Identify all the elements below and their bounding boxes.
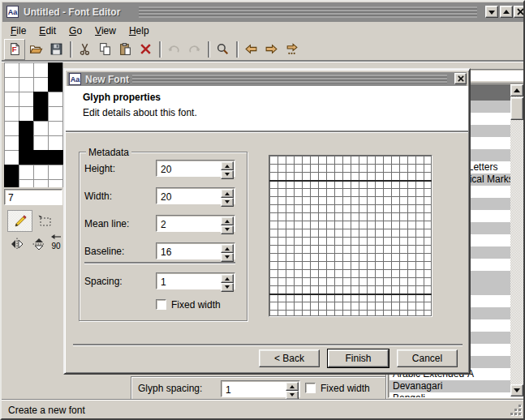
toolbar-delete-button[interactable] xyxy=(136,40,155,59)
rotate-90-label: 90 xyxy=(49,242,63,251)
mean-line-input[interactable] xyxy=(157,216,224,232)
glyph-pixel[interactable] xyxy=(33,106,48,121)
delete-icon xyxy=(139,42,153,56)
menu-view[interactable]: View xyxy=(88,24,123,37)
marquee-select-icon xyxy=(37,213,53,229)
glyph-code-input[interactable] xyxy=(6,191,62,205)
close-button[interactable] xyxy=(514,6,524,18)
glyph-pixel[interactable] xyxy=(19,150,33,165)
pencil-tool-button[interactable] xyxy=(7,210,32,232)
mean-line-up-button[interactable] xyxy=(221,216,234,225)
dialog-close-icon xyxy=(458,75,464,82)
scroll-up-button[interactable] xyxy=(510,84,523,96)
glyph-pixel[interactable] xyxy=(4,165,19,179)
toolbar-zoom-button[interactable] xyxy=(213,40,232,59)
minimize-button[interactable] xyxy=(485,6,498,18)
font-editor-window: Aa Untitled - Font Editor File Edit Go V… xyxy=(0,0,525,420)
menu-bar: File Edit Go View Help xyxy=(2,24,523,38)
fixed-width-checkbox-main[interactable] xyxy=(305,383,316,393)
toolbar-undo-button[interactable] xyxy=(164,40,183,59)
redo-icon xyxy=(187,42,201,56)
dialog-header: Glyph properties Edit details about this… xyxy=(66,86,468,131)
menu-edit[interactable]: Edit xyxy=(32,24,62,37)
toolbar-copy-button[interactable] xyxy=(95,40,114,59)
glyph-spacing-bar: Glyph spacing: Fixed width xyxy=(131,376,385,399)
glyph-edit-canvas[interactable] xyxy=(4,62,63,187)
toolbar-goto-glyph-button[interactable] xyxy=(282,40,301,59)
toolbar-forward-button[interactable] xyxy=(261,40,281,59)
undo-icon xyxy=(167,42,181,56)
window-titlebar[interactable]: Aa Untitled - Font Editor xyxy=(2,2,524,22)
glyph-spacing-spinner xyxy=(221,380,300,397)
block-list-item[interactable]: Bengali xyxy=(389,392,512,397)
flip-vertical-button[interactable] xyxy=(29,235,48,252)
scroll-down-button[interactable] xyxy=(510,384,523,396)
spacing-up-button[interactable] xyxy=(221,274,234,283)
baseline-label: Baseline: xyxy=(84,246,124,257)
close-icon xyxy=(517,8,524,15)
toolbar-cut-button[interactable] xyxy=(75,40,94,59)
glyph-pixel[interactable] xyxy=(48,77,62,92)
width-input[interactable] xyxy=(157,189,224,204)
fixed-width-label: Fixed width xyxy=(171,299,221,311)
toolbar-redo-button[interactable] xyxy=(184,40,204,59)
spacing-down-button[interactable] xyxy=(221,283,234,292)
block-list-item[interactable]: Devanagari xyxy=(389,380,512,392)
toolbar-paste-button[interactable] xyxy=(115,40,135,59)
fixed-width-checkbox[interactable] xyxy=(156,299,166,310)
resize-grip[interactable] xyxy=(510,405,523,416)
height-input[interactable] xyxy=(157,161,224,177)
select-tool-button[interactable] xyxy=(34,210,54,232)
glyph-pixel[interactable] xyxy=(33,150,48,165)
toolbar-new-font-button[interactable]: F xyxy=(4,39,25,60)
scrollbar-track[interactable] xyxy=(510,84,523,396)
paste-icon xyxy=(118,42,132,56)
height-up-button[interactable] xyxy=(221,161,234,170)
cancel-button[interactable]: Cancel xyxy=(397,349,458,367)
scrollbar-thumb[interactable] xyxy=(510,97,523,120)
fixed-width-label-main: Fixed width xyxy=(321,383,370,394)
dialog-close-button[interactable] xyxy=(454,73,467,84)
mean-line-down-button[interactable] xyxy=(221,225,234,234)
dialog-titlebar[interactable]: Aa New Font xyxy=(67,72,467,86)
width-up-button[interactable] xyxy=(221,189,234,198)
status-bar: Create a new font xyxy=(2,399,525,419)
toolbar-back-button[interactable] xyxy=(241,40,260,59)
spacing-label: Spacing: xyxy=(84,276,123,287)
minimize-icon xyxy=(488,11,495,18)
spacing-input[interactable] xyxy=(157,274,224,289)
menu-go[interactable]: Go xyxy=(62,24,88,37)
glyph-pixel[interactable] xyxy=(19,121,33,135)
pencil-icon xyxy=(12,213,28,229)
glyph-pixel[interactable] xyxy=(48,62,62,77)
menu-help[interactable]: Help xyxy=(123,24,156,37)
app-icon: Aa xyxy=(6,6,19,18)
height-down-button[interactable] xyxy=(221,170,234,179)
finish-button[interactable]: Finish xyxy=(328,349,389,367)
rotate-90-button[interactable]: 90 xyxy=(49,234,63,253)
scroll-down-icon xyxy=(514,388,520,396)
flip-horizontal-button[interactable] xyxy=(7,235,26,252)
list-scrollbar[interactable] xyxy=(510,84,523,396)
baseline-marker xyxy=(269,294,432,295)
glyph-pixel[interactable] xyxy=(33,92,48,106)
baseline-input[interactable] xyxy=(157,244,224,259)
menu-file[interactable]: File xyxy=(4,24,32,37)
width-down-button[interactable] xyxy=(221,198,234,207)
toolbar-save-button[interactable] xyxy=(46,40,66,59)
goto-glyph-icon xyxy=(285,42,299,56)
glyph-spacing-input[interactable] xyxy=(222,382,289,397)
toolbar-open-button[interactable] xyxy=(26,40,45,59)
back-button[interactable]: < Back xyxy=(259,349,320,367)
glyph-pixel[interactable] xyxy=(19,135,33,150)
height-label: Height: xyxy=(84,163,115,174)
glyph-pixel[interactable] xyxy=(4,179,19,187)
new-font-icon: F xyxy=(8,42,22,56)
baseline-down-button[interactable] xyxy=(221,253,234,262)
baseline-up-button[interactable] xyxy=(221,244,234,253)
maximize-button[interactable] xyxy=(500,6,513,18)
glyph-spacing-up-button[interactable] xyxy=(286,382,299,391)
glyph-pixel[interactable] xyxy=(48,150,62,165)
dialog-icon: Aa xyxy=(69,73,81,85)
glyph-code-box xyxy=(4,189,62,205)
